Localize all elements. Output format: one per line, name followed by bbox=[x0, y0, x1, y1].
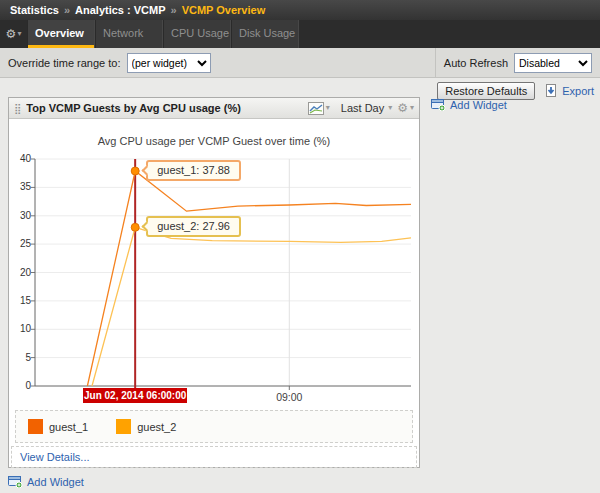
breadcrumb: Statistics»Analytics : VCMP»VCMP Overvie… bbox=[0, 0, 600, 20]
view-details-link[interactable]: View Details... bbox=[20, 451, 90, 463]
y-tick-label: 30 bbox=[9, 210, 31, 221]
y-tick-label: 0 bbox=[9, 380, 31, 391]
x-axis-tick-label: 09:00 bbox=[269, 391, 309, 403]
breadcrumb-subsection[interactable]: Analytics : VCMP bbox=[75, 4, 165, 16]
chart-legend: guest_1 guest_2 bbox=[15, 410, 413, 443]
y-tick-label: 10 bbox=[9, 323, 31, 334]
legend-swatch-guest-2 bbox=[116, 419, 131, 434]
tab-options-menu[interactable]: ⚙ ▾ bbox=[0, 20, 27, 48]
y-tick-label: 40 bbox=[9, 153, 31, 164]
y-tick-label: 5 bbox=[9, 352, 31, 363]
chevron-down-icon: ▾ bbox=[388, 104, 392, 112]
add-widget-icon bbox=[8, 476, 23, 488]
gear-icon: ⚙ bbox=[397, 101, 408, 115]
y-tick-label: 35 bbox=[9, 181, 31, 192]
tab-network[interactable]: Network bbox=[95, 20, 163, 48]
crosshair-date-label: Jun 02, 2014 06:00:00 bbox=[83, 388, 187, 403]
tooltip-guest-2: guest_2: 27.96 bbox=[146, 216, 241, 237]
chevron-down-icon: ▾ bbox=[410, 104, 414, 112]
legend-swatch-guest-1 bbox=[28, 419, 43, 434]
chart-type-icon bbox=[308, 102, 324, 115]
chevron-down-icon: ▾ bbox=[17, 30, 21, 38]
tab-disk-usage[interactable]: Disk Usage bbox=[231, 20, 299, 48]
actions-row: Restore Defaults Export bbox=[437, 82, 594, 100]
add-widget-link-bottom[interactable]: Add Widget bbox=[8, 476, 84, 488]
export-link[interactable]: Export bbox=[545, 84, 594, 98]
add-widget-link-top[interactable]: Add Widget bbox=[431, 99, 507, 111]
breadcrumb-section[interactable]: Statistics bbox=[10, 4, 59, 16]
export-icon bbox=[545, 84, 558, 98]
tooltip-guest-1: guest_1: 37.88 bbox=[146, 160, 241, 181]
legend-item-guest-2[interactable]: guest_2 bbox=[116, 419, 176, 434]
chart-area: Avg CPU usage per VCMP Guest over time (… bbox=[9, 119, 419, 407]
restore-defaults-button[interactable]: Restore Defaults bbox=[437, 82, 535, 100]
tab-bar: ⚙ ▾ Overview Network CPU Usage Disk Usag… bbox=[0, 20, 600, 48]
tab-cpu-usage[interactable]: CPU Usage bbox=[163, 20, 231, 48]
time-toolbar: Override time range to: (per widget) Aut… bbox=[0, 48, 600, 78]
drag-handle-icon[interactable]: ⣿ bbox=[14, 103, 21, 114]
widget-settings-dropdown[interactable]: ⚙ ▾ bbox=[397, 101, 414, 115]
override-time-range-label: Override time range to: bbox=[8, 57, 121, 69]
tab-overview[interactable]: Overview bbox=[27, 20, 95, 48]
y-tick-label: 25 bbox=[9, 238, 31, 249]
vcmp-overview-page: Statistics»Analytics : VCMP»VCMP Overvie… bbox=[0, 0, 600, 493]
breadcrumb-separator: » bbox=[171, 4, 177, 16]
legend-item-guest-1[interactable]: guest_1 bbox=[28, 419, 88, 434]
add-widget-icon bbox=[431, 99, 446, 111]
override-time-range-select[interactable]: (per widget) bbox=[127, 53, 211, 73]
gear-icon: ⚙ bbox=[6, 28, 17, 40]
auto-refresh-label: Auto Refresh bbox=[444, 57, 508, 69]
widget-header: ⣿ Top VCMP Guests by Avg CPU usage (%) ▾… bbox=[9, 98, 419, 119]
time-range-dropdown[interactable]: Last Day ▾ bbox=[335, 102, 392, 114]
chart-type-dropdown[interactable]: ▾ bbox=[308, 102, 330, 115]
breadcrumb-current: VCMP Overview bbox=[182, 4, 266, 16]
auto-refresh-select[interactable]: Disabled bbox=[514, 53, 592, 73]
top-vcmp-guests-widget: ⣿ Top VCMP Guests by Avg CPU usage (%) ▾… bbox=[8, 97, 420, 468]
time-range-value: Last Day bbox=[341, 102, 384, 114]
y-tick-label: 20 bbox=[9, 267, 31, 278]
widget-title: Top VCMP Guests by Avg CPU usage (%) bbox=[26, 102, 302, 114]
view-details-row: View Details... bbox=[11, 446, 417, 468]
y-tick-label: 15 bbox=[9, 295, 31, 306]
chevron-down-icon: ▾ bbox=[326, 104, 330, 112]
breadcrumb-separator: » bbox=[64, 4, 70, 16]
